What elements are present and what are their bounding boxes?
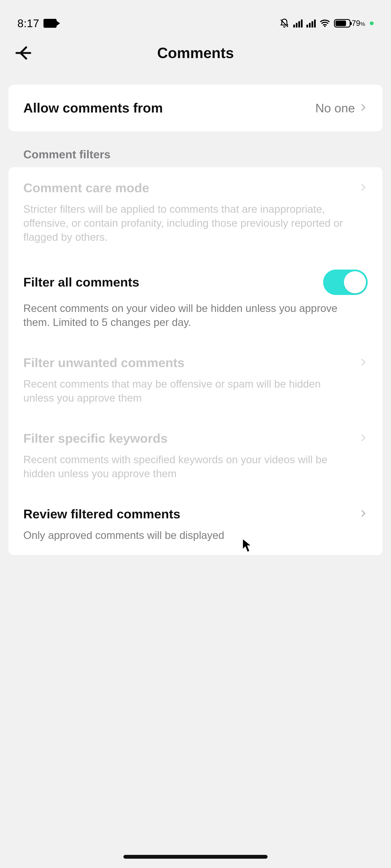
chevron-right-icon (359, 432, 368, 444)
filter-keywords-row: Filter specific keywords Recent comments… (8, 418, 383, 493)
chevron-right-icon (359, 182, 368, 194)
comment-care-mode-desc: Stricter filters will be applied to comm… (23, 202, 354, 244)
battery-indicator: 79% (334, 19, 365, 28)
allow-comments-value: No one (315, 101, 355, 115)
status-right: 79% (279, 18, 373, 28)
battery-icon (334, 19, 351, 28)
allow-comments-label: Allow comments from (23, 100, 163, 116)
allow-comments-card: Allow comments from No one (8, 85, 383, 131)
toggle-knob (344, 271, 366, 293)
section-filters-header: Comment filters (0, 131, 391, 167)
battery-percentage: 79% (352, 19, 365, 28)
filter-unwanted-row: Filter unwanted comments Recent comments… (8, 342, 383, 418)
battery-fill (335, 21, 346, 26)
filter-all-comments-toggle[interactable] (323, 270, 368, 295)
allow-comments-row[interactable]: Allow comments from No one (8, 85, 383, 131)
svg-point-0 (324, 26, 326, 27)
status-bar: 8:17 79% (0, 0, 391, 36)
signal-strength-icon (293, 19, 303, 28)
status-left: 8:17 (18, 17, 57, 30)
page-title: Comments (0, 44, 391, 61)
filter-unwanted-desc: Recent comments that may be offensive or… (23, 377, 354, 405)
back-button[interactable] (13, 42, 34, 64)
filter-unwanted-title: Filter unwanted comments (23, 355, 184, 371)
video-recording-icon (43, 19, 57, 28)
chevron-right-icon (359, 356, 368, 369)
camera-in-use-dot-icon (370, 22, 373, 25)
comment-care-mode-title: Comment care mode (23, 180, 149, 196)
nav-header: Comments (0, 36, 391, 70)
filter-keywords-title: Filter specific keywords (23, 430, 168, 446)
home-indicator[interactable] (123, 855, 268, 859)
filter-all-comments-title: Filter all comments (23, 274, 139, 290)
signal-strength-icon-2 (306, 19, 316, 28)
review-filtered-title: Review filtered comments (23, 506, 180, 522)
chevron-right-icon (359, 508, 368, 520)
filter-all-comments-row: Filter all comments Recent comments on y… (8, 257, 383, 342)
mute-notifications-icon (279, 18, 290, 28)
comment-care-mode-row: Comment care mode Stricter filters will … (8, 167, 383, 257)
review-filtered-desc: Only approved comments will be displayed (23, 528, 354, 542)
chevron-right-icon (359, 102, 368, 114)
wifi-icon (320, 19, 330, 28)
status-time: 8:17 (18, 17, 39, 30)
filter-keywords-desc: Recent comments with specified keywords … (23, 453, 354, 480)
allow-comments-value-wrap: No one (315, 101, 368, 115)
filter-all-comments-desc: Recent comments on your video will be hi… (23, 301, 354, 329)
review-filtered-row[interactable]: Review filtered comments Only approved c… (8, 493, 383, 555)
comment-filters-card: Comment care mode Stricter filters will … (8, 167, 383, 555)
